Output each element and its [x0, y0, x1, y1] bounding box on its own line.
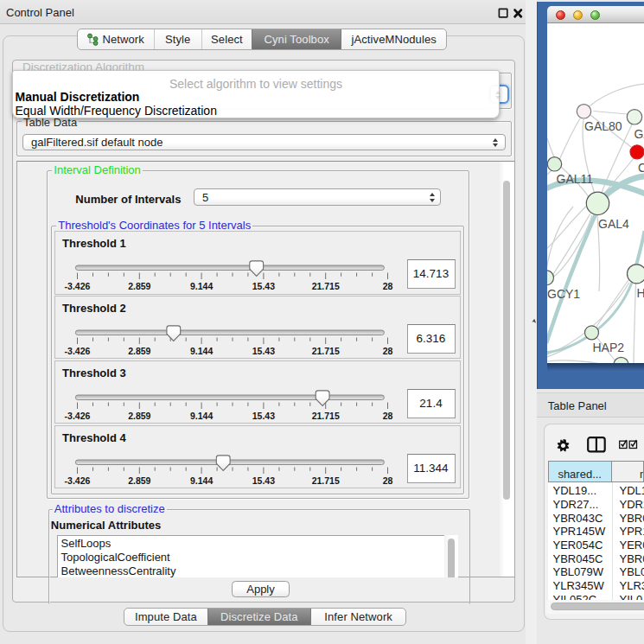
- svg-text:28: 28: [383, 411, 393, 421]
- svg-text:-3.426: -3.426: [65, 346, 91, 356]
- svg-text:15.43: 15.43: [252, 475, 275, 486]
- svg-text:15.43: 15.43: [252, 346, 275, 356]
- svg-text:9.144: 9.144: [190, 475, 213, 486]
- svg-text:21.715: 21.715: [312, 346, 340, 356]
- svg-text:GA: GA: [634, 127, 644, 141]
- svg-text:2.859: 2.859: [128, 281, 150, 291]
- svg-text:28: 28: [383, 475, 393, 486]
- svg-text:15.43: 15.43: [252, 411, 275, 421]
- svg-text:2.859: 2.859: [128, 475, 150, 486]
- svg-text:2.859: 2.859: [128, 346, 150, 356]
- svg-text:15.43: 15.43: [252, 281, 275, 291]
- svg-text:9.144: 9.144: [190, 346, 213, 356]
- svg-text:C: C: [638, 161, 644, 175]
- svg-text:GAL4: GAL4: [598, 217, 629, 231]
- svg-text:H: H: [637, 286, 644, 300]
- svg-text:21.715: 21.715: [312, 411, 340, 421]
- svg-text:28: 28: [383, 281, 393, 291]
- svg-text:HAP2: HAP2: [593, 341, 625, 354]
- svg-text:21.715: 21.715: [312, 475, 340, 486]
- svg-text:9.144: 9.144: [190, 281, 213, 291]
- svg-text:9.144: 9.144: [190, 411, 213, 421]
- svg-text:-3.426: -3.426: [65, 281, 91, 291]
- svg-text:2.859: 2.859: [128, 411, 150, 421]
- svg-text:GAL80: GAL80: [584, 119, 622, 133]
- svg-text:-3.426: -3.426: [65, 475, 91, 486]
- svg-text:GAL11: GAL11: [557, 172, 594, 186]
- svg-text:21.715: 21.715: [312, 281, 340, 291]
- svg-text:-3.426: -3.426: [65, 411, 91, 421]
- svg-text:28: 28: [383, 346, 393, 356]
- svg-text:GCY1: GCY1: [547, 287, 580, 301]
